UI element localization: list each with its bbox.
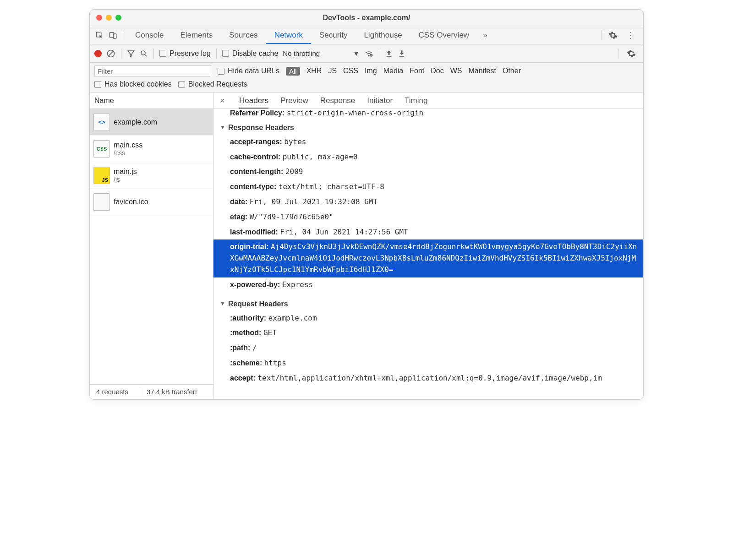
search-icon[interactable] bbox=[140, 49, 148, 58]
detail-tab-initiator[interactable]: Initiator bbox=[367, 92, 393, 109]
request-row[interactable]: <> example.com bbox=[90, 109, 213, 136]
tab-css-overview[interactable]: CSS Overview bbox=[410, 26, 478, 44]
filter-type-manifest[interactable]: Manifest bbox=[468, 67, 496, 75]
tab-lighthouse[interactable]: Lighthouse bbox=[356, 26, 410, 44]
hide-data-urls-label: Hide data URLs bbox=[228, 67, 279, 75]
header-value: strict-origin-when-cross-origin bbox=[287, 109, 424, 117]
request-list: <> example.com CSS main.css /css JS main… bbox=[90, 109, 213, 384]
divider bbox=[123, 30, 123, 40]
tab-console[interactable]: Console bbox=[127, 26, 172, 44]
status-requests: 4 requests bbox=[90, 388, 140, 396]
header-row: :path: / bbox=[213, 341, 643, 356]
headers-pane[interactable]: Referrer Policy: strict-origin-when-cros… bbox=[213, 109, 643, 399]
request-name: example.com bbox=[114, 118, 157, 126]
filter-type-img[interactable]: Img bbox=[365, 67, 377, 75]
request-row[interactable]: JS main.js /js bbox=[90, 162, 213, 189]
request-row[interactable]: favicon.ico bbox=[90, 189, 213, 215]
preserve-log-input[interactable] bbox=[159, 50, 166, 57]
hide-data-urls-input[interactable] bbox=[218, 68, 224, 75]
filter-type-all[interactable]: All bbox=[286, 67, 300, 76]
filter-type-other[interactable]: Other bbox=[503, 67, 521, 75]
filter-bar: Hide data URLs All XHR JS CSS Img Media … bbox=[90, 63, 643, 92]
blocked-requests-label: Blocked Requests bbox=[188, 80, 247, 88]
blocked-requests-input[interactable] bbox=[178, 81, 185, 88]
download-har-icon[interactable] bbox=[398, 49, 406, 58]
clear-icon[interactable] bbox=[106, 49, 115, 58]
request-path: /js bbox=[114, 176, 137, 183]
request-list-panel: Name <> example.com CSS main.css /css bbox=[90, 92, 213, 399]
filter-type-js[interactable]: JS bbox=[328, 67, 337, 75]
filter-input[interactable] bbox=[94, 65, 211, 76]
header-row: accept: text/html,application/xhtml+xml,… bbox=[213, 371, 643, 386]
upload-har-icon[interactable] bbox=[385, 49, 393, 58]
header-row-highlighted[interactable]: origin-trial: Aj4DysCv3VjknU3jJvkDEwnQZK… bbox=[213, 239, 643, 277]
svg-rect-9 bbox=[387, 56, 392, 57]
detail-tabs: × Headers Preview Response Initiator Tim… bbox=[213, 92, 643, 109]
settings-icon[interactable] bbox=[606, 29, 620, 42]
tab-network[interactable]: Network bbox=[266, 26, 311, 44]
minimize-window-icon[interactable] bbox=[106, 15, 112, 21]
detail-tab-response[interactable]: Response bbox=[320, 92, 356, 109]
blocked-requests-checkbox[interactable]: Blocked Requests bbox=[178, 80, 247, 88]
divider bbox=[618, 49, 618, 59]
record-icon[interactable] bbox=[94, 50, 102, 57]
request-headers-section[interactable]: ▼ Request Headers bbox=[213, 297, 643, 311]
filter-type-ws[interactable]: WS bbox=[450, 67, 462, 75]
panel-tab-strip: Console Elements Sources Network Securit… bbox=[90, 26, 643, 44]
header-row: :method: GET bbox=[213, 326, 643, 341]
network-split: Name <> example.com CSS main.css /css bbox=[90, 92, 643, 399]
tabs-overflow-icon[interactable]: » bbox=[479, 26, 491, 44]
tab-elements[interactable]: Elements bbox=[172, 26, 221, 44]
file-icon-js: JS bbox=[93, 167, 110, 184]
device-toggle-icon[interactable] bbox=[107, 31, 119, 39]
disable-cache-label: Disable cache bbox=[232, 49, 279, 58]
has-blocked-cookies-input[interactable] bbox=[94, 81, 101, 88]
devtools-window: DevTools - example.com/ Console Elements… bbox=[89, 9, 644, 400]
network-conditions-icon[interactable] bbox=[364, 49, 373, 58]
status-transferred: 37.4 kB transferr bbox=[140, 388, 213, 396]
header-row: etag: W/"7d9-179d76c65e0" bbox=[213, 210, 643, 225]
close-window-icon[interactable] bbox=[96, 15, 102, 21]
disable-cache-input[interactable] bbox=[222, 50, 229, 57]
request-detail-panel: × Headers Preview Response Initiator Tim… bbox=[213, 92, 643, 399]
filter-type-css[interactable]: CSS bbox=[343, 67, 358, 75]
tab-sources[interactable]: Sources bbox=[221, 26, 266, 44]
name-column-header[interactable]: Name bbox=[90, 92, 213, 109]
network-settings-icon[interactable] bbox=[624, 47, 639, 60]
detail-tab-preview[interactable]: Preview bbox=[280, 92, 308, 109]
throttling-select[interactable]: No throttling ▼ bbox=[283, 49, 360, 57]
request-name: main.js bbox=[114, 168, 137, 176]
inspect-icon[interactable] bbox=[93, 31, 105, 39]
chevron-down-icon: ▼ bbox=[353, 49, 360, 57]
has-blocked-cookies-label: Has blocked cookies bbox=[104, 80, 172, 88]
zoom-window-icon[interactable] bbox=[115, 15, 121, 21]
detail-tab-timing[interactable]: Timing bbox=[405, 92, 427, 109]
filter-icon[interactable] bbox=[127, 49, 135, 58]
section-title: Request Headers bbox=[228, 300, 288, 308]
divider bbox=[216, 49, 217, 59]
file-icon-html: <> bbox=[93, 114, 110, 131]
divider bbox=[602, 30, 602, 40]
filter-type-doc[interactable]: Doc bbox=[431, 67, 443, 75]
has-blocked-cookies-checkbox[interactable]: Has blocked cookies bbox=[94, 80, 172, 88]
filter-type-xhr[interactable]: XHR bbox=[306, 67, 322, 75]
more-icon[interactable]: ⋮ bbox=[622, 29, 640, 41]
status-bar: 4 requests 37.4 kB transferr bbox=[90, 384, 213, 399]
response-headers-section[interactable]: ▼ Response Headers bbox=[213, 121, 643, 135]
header-row: cache-control: public, max-age=0 bbox=[213, 150, 643, 165]
file-icon-generic bbox=[93, 193, 110, 211]
filter-type-font[interactable]: Font bbox=[410, 67, 424, 75]
section-title: Response Headers bbox=[228, 124, 294, 132]
request-row[interactable]: CSS main.css /css bbox=[90, 136, 213, 162]
header-row: :authority: example.com bbox=[213, 311, 643, 326]
filter-type-media[interactable]: Media bbox=[383, 67, 404, 75]
close-icon[interactable]: × bbox=[220, 97, 227, 105]
disclosure-triangle-icon: ▼ bbox=[220, 300, 225, 307]
hide-data-urls-checkbox[interactable]: Hide data URLs bbox=[218, 67, 279, 75]
preserve-log-checkbox[interactable]: Preserve log bbox=[159, 49, 211, 58]
tab-security[interactable]: Security bbox=[311, 26, 356, 44]
disable-cache-checkbox[interactable]: Disable cache bbox=[222, 49, 279, 58]
panel-tabs: Console Elements Sources Network Securit… bbox=[127, 26, 477, 44]
detail-tab-headers[interactable]: Headers bbox=[239, 92, 268, 109]
divider bbox=[121, 49, 121, 59]
